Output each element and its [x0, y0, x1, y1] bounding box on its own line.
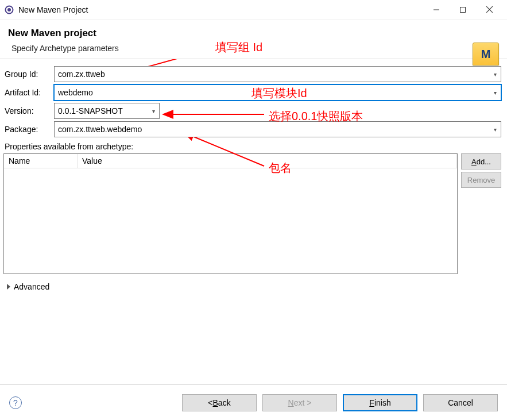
table-header: Name Value [4, 154, 457, 168]
version-label: Version: [3, 106, 54, 115]
group-id-input[interactable] [55, 67, 489, 82]
next-button: Next > [262, 394, 337, 411]
wizard-footer: ? < Back Next > Finish Cancel [0, 384, 507, 420]
title-bar: New Maven Project [0, 0, 507, 20]
artifact-id-combo[interactable]: ▾ [54, 84, 501, 101]
version-combo[interactable]: 0.0.1-SNAPSHOT ▾ [54, 103, 160, 119]
page-title: New Maven project [8, 28, 499, 39]
app-icon [5, 5, 14, 14]
window-title: New Maven Project [18, 5, 88, 14]
back-button[interactable]: < Back [182, 394, 257, 411]
add-button[interactable]: Add... [461, 153, 501, 169]
group-id-combo[interactable]: ▾ [54, 66, 501, 82]
expand-triangle-icon [7, 284, 10, 290]
artifact-id-input[interactable] [55, 85, 489, 100]
wizard-header: New Maven project Specify Archetype para… [0, 20, 507, 59]
package-label: Package: [3, 125, 54, 134]
version-value: 0.0.1-SNAPSHOT [55, 106, 148, 115]
chevron-down-icon[interactable]: ▾ [489, 122, 501, 137]
form-area: Group Id: ▾ Artifact Id: ▾ Version: 0.0.… [0, 59, 507, 296]
column-name[interactable]: Name [4, 154, 78, 168]
chevron-down-icon[interactable]: ▾ [489, 85, 501, 100]
chevron-down-icon[interactable]: ▾ [489, 67, 501, 82]
minimize-button[interactable] [423, 1, 450, 19]
group-id-label: Group Id: [3, 70, 54, 79]
close-button[interactable] [476, 1, 502, 19]
remove-button: Remove [461, 172, 501, 188]
cancel-button[interactable]: Cancel [423, 394, 498, 411]
column-value[interactable]: Value [78, 154, 457, 168]
advanced-expander[interactable]: Advanced [7, 282, 501, 291]
chevron-down-icon[interactable]: ▾ [148, 103, 159, 118]
package-input[interactable] [55, 122, 489, 137]
svg-rect-3 [460, 7, 466, 12]
help-icon[interactable]: ? [9, 396, 22, 409]
artifact-id-label: Artifact Id: [3, 88, 54, 97]
properties-label: Properties available from archetype: [5, 142, 501, 151]
svg-point-1 [7, 8, 11, 11]
maximize-button[interactable] [450, 1, 476, 19]
properties-table[interactable]: Name Value [3, 153, 458, 274]
page-subtitle: Specify Archetype parameters [11, 44, 499, 53]
package-combo[interactable]: ▾ [54, 121, 501, 137]
finish-button[interactable]: Finish [343, 394, 417, 411]
advanced-label: Advanced [14, 282, 49, 291]
